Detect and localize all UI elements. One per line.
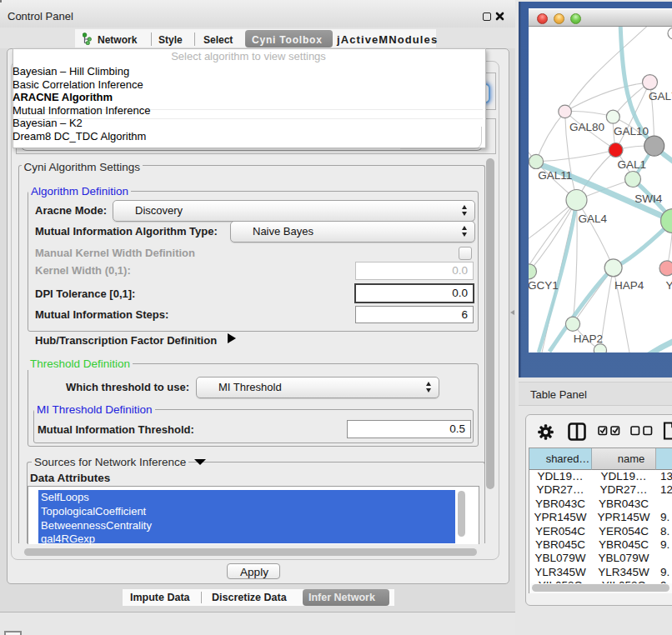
svg-text:HAP4: HAP4 xyxy=(614,279,644,292)
svg-text:GAL80: GAL80 xyxy=(569,121,604,133)
svg-text:YM: YM xyxy=(666,279,672,292)
svg-text:GCY1: GCY1 xyxy=(529,279,559,292)
svg-text:GAL10: GAL10 xyxy=(614,125,649,138)
svg-text:SWI4: SWI4 xyxy=(634,192,662,205)
svg-text:HAP2: HAP2 xyxy=(574,332,603,345)
svg-text:GAL4: GAL4 xyxy=(579,212,608,225)
svg-text:GAL7: GAL7 xyxy=(649,90,672,102)
svg-text:GAL11: GAL11 xyxy=(538,169,572,182)
svg-text:GAL1: GAL1 xyxy=(618,158,647,171)
